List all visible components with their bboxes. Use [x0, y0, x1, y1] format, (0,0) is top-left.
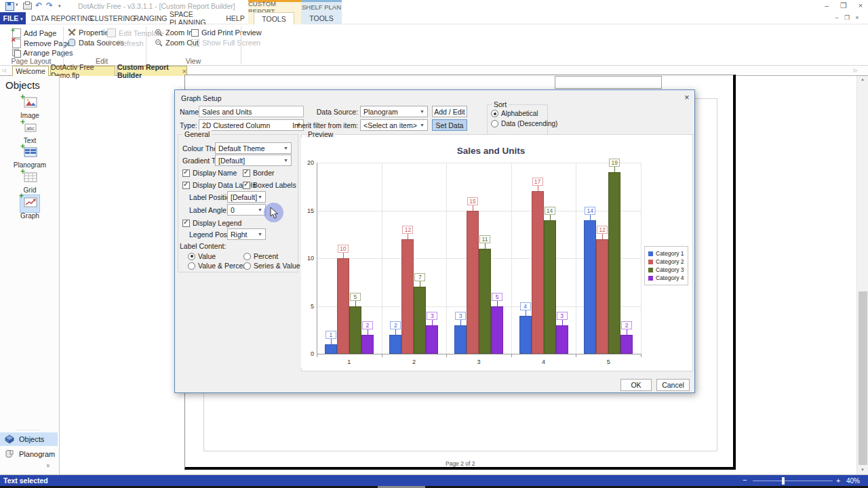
remove-page-button[interactable]: ✕ Remove Page [12, 39, 71, 48]
child-minimize-button[interactable]: – [833, 14, 841, 21]
legend-label: Category 3 [656, 266, 684, 273]
label-content-series-value-radio[interactable]: Series & Value [243, 262, 300, 270]
minimize-button[interactable]: – [822, 1, 831, 9]
planogram-object-icon: + [22, 146, 38, 161]
qat-more-caret[interactable]: ▾ [58, 3, 61, 9]
inherit-filter-dropdown[interactable]: <Select an item>▼ [360, 119, 428, 131]
gradient-type-dropdown[interactable]: [Default]▼ [215, 155, 292, 166]
y-axis-tick-label: 10 [301, 255, 314, 262]
data-source-label: Data Source: [297, 108, 358, 116]
legend-position-dropdown[interactable]: Right▼ [227, 228, 266, 240]
data-source-dropdown[interactable]: Planogram▼ [360, 106, 428, 117]
group-separator [146, 26, 146, 64]
tab-scroll-left-icon[interactable]: ◁ [2, 68, 5, 73]
child-restore-button[interactable]: ❐ [843, 14, 851, 21]
doc-tab-custom-report-builder[interactable]: Custom Report Builder× [117, 66, 187, 76]
chart-gridline [317, 163, 641, 163]
title-bar: ▾ ↶ ↷ ▾ DotActiv Free - v3.3.1.1 - [Cust… [0, 0, 868, 12]
save-dropdown-caret[interactable]: ▾ [16, 2, 18, 7]
panel-collapse-chevron-icon[interactable]: » [45, 464, 52, 467]
chart-bar [532, 191, 544, 354]
tab-help[interactable]: HELP [225, 12, 245, 24]
scrollbar-thumb[interactable] [859, 291, 867, 465]
name-label: Name: [180, 108, 201, 116]
name-input[interactable]: Sales and Units [199, 106, 304, 117]
label-content-value-radio[interactable]: Value [188, 252, 216, 260]
print-icon[interactable] [23, 3, 32, 9]
border-checkbox[interactable]: Border [243, 169, 275, 177]
doc-tab-dotactiv-free-demo[interactable]: DotActiv Free Demo.flp [50, 66, 115, 76]
chart-plot-area: 0510152012345123414101215171257111419235… [301, 138, 690, 368]
chart-legend: Category 1Category 2Category 3Category 4 [644, 246, 688, 285]
graph-object-icon: + [20, 195, 39, 212]
zoom-out-minus[interactable]: − [743, 476, 747, 484]
show-full-screen-icon [191, 39, 199, 47]
colour-theme-dropdown[interactable]: Default Theme▼ [215, 142, 292, 154]
chart-bar [426, 325, 438, 354]
legend-swatch [648, 251, 653, 256]
redo-icon[interactable]: ↷ [46, 1, 53, 10]
refresh-button[interactable]: ⟳ Refresh [107, 39, 144, 47]
tab-space-planning[interactable]: SPACE PLANNING [170, 12, 217, 24]
sort-data-descending-radio[interactable]: Data (Descending) [491, 120, 557, 127]
undo-icon[interactable]: ↶ [35, 1, 42, 10]
vertical-scrollbar[interactable]: ▲ ▼ [856, 76, 868, 475]
scroll-up-icon[interactable]: ▲ [861, 77, 865, 81]
sidebar-item-text[interactable]: abc + Text [3, 121, 57, 144]
grid-print-preview-checkbox[interactable]: Grid Print Preview [191, 28, 262, 37]
show-full-screen-button[interactable]: Show Full Screen [191, 39, 260, 47]
sidebar-item-graph[interactable]: + Graph [3, 195, 57, 220]
add-page-button[interactable]: + Add Page [12, 28, 56, 38]
data-label: 14 [585, 207, 595, 215]
chevron-down-icon: ▼ [283, 146, 288, 150]
x-axis-tick [641, 354, 642, 357]
tab-tools-custom-report[interactable]: TOOLS [254, 12, 294, 24]
scroll-down-icon[interactable]: ▼ [861, 468, 865, 472]
label-position-dropdown[interactable]: [Default]▼ [227, 191, 266, 203]
zoom-in-plus[interactable]: + [836, 476, 840, 485]
tab-scroll-right-icon[interactable]: ▷ [854, 68, 857, 73]
add-edit-button[interactable]: Add / Edit [432, 106, 467, 117]
data-label: 7 [414, 273, 425, 281]
zoom-in-button[interactable]: Zoom In [155, 28, 193, 37]
chart-bar [620, 335, 633, 354]
tab-data[interactable]: DATA [30, 12, 50, 24]
selected-text-object[interactable] [555, 76, 662, 89]
tab-reporting[interactable]: REPORTING [54, 12, 90, 24]
tab-clustering[interactable]: CLUSTERING [94, 12, 132, 24]
doc-tab-welcome[interactable]: Welcome [12, 66, 49, 76]
tab-file[interactable]: FILE▾ [0, 12, 26, 24]
zoom-slider-thumb[interactable] [782, 477, 785, 485]
legend-item: Category 2 [648, 258, 684, 266]
display-name-checkbox[interactable]: Display Name [182, 169, 237, 177]
sort-alphabetical-radio[interactable]: Alphabetical [491, 110, 538, 117]
label-content-value-percent-radio[interactable]: Value & Percent [188, 262, 249, 270]
tab-tools-shelf-plan[interactable]: TOOLS [304, 12, 339, 24]
sidebar-item-image[interactable]: + Image [3, 96, 57, 119]
chart-bar [556, 325, 568, 354]
close-button[interactable]: × [856, 1, 865, 9]
cancel-button[interactable]: Cancel [656, 379, 690, 391]
set-data-button[interactable]: Set Data [432, 119, 467, 131]
boxed-labels-checkbox[interactable]: Boxed Labels [243, 181, 296, 189]
zoom-slider-track[interactable] [753, 481, 833, 481]
ok-button[interactable]: OK [620, 379, 652, 391]
label-angle-dropdown[interactable]: 0▼ [227, 204, 266, 216]
display-legend-checkbox[interactable]: Display Legend [182, 219, 241, 227]
checkbox-icon [243, 182, 250, 189]
tab-ranging[interactable]: RANGING [135, 12, 166, 24]
panel-item-objects[interactable]: Objects [0, 432, 58, 446]
y-axis-tick-label: 20 [301, 159, 314, 166]
data-label-connector [355, 301, 356, 306]
data-label-connector [473, 205, 473, 211]
properties-button[interactable]: Properties [68, 28, 113, 37]
sidebar-item-grid[interactable]: + Grid [3, 171, 57, 194]
restore-button[interactable]: ❐ [839, 1, 848, 10]
dialog-close-icon[interactable]: × [684, 92, 690, 102]
label-content-percent-radio[interactable]: Percent [243, 252, 278, 260]
child-close-button[interactable]: × [853, 14, 861, 21]
sidebar-item-planogram[interactable]: + Planogram [3, 146, 57, 169]
save-icon[interactable] [5, 2, 14, 11]
panel-item-planogram[interactable]: Planogram [0, 447, 58, 461]
data-label-connector [395, 329, 396, 335]
